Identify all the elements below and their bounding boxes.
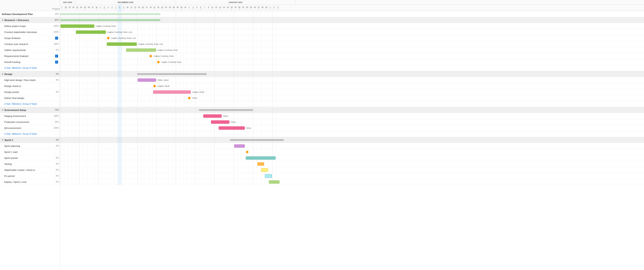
grid-line [261, 167, 261, 173]
add-milestone-design[interactable]: Milestone [12, 103, 21, 105]
kickoff-checkbox[interactable] [55, 61, 58, 64]
design-add-row: + Task | Milestone | Group of Tasks [0, 101, 60, 107]
grid-line [203, 23, 203, 29]
grid-line [253, 167, 253, 173]
grid-line [114, 161, 114, 167]
add-group-research[interactable]: Group of Tasks [23, 67, 37, 69]
grid-line [207, 65, 207, 71]
section-env[interactable]: ▼ Environment Setup 73% [0, 107, 60, 113]
grid-line [245, 113, 246, 119]
grid-line [184, 179, 184, 185]
milestone-diamond[interactable] [107, 36, 110, 39]
grid-line [149, 137, 149, 143]
grid-line [176, 23, 176, 29]
day-cell-13: 4F [110, 5, 114, 11]
day-cell-26: 23W [160, 5, 164, 11]
grid-line [203, 65, 203, 71]
gantt-bar[interactable] [211, 120, 230, 124]
grid-line [207, 23, 207, 29]
grid-line [210, 59, 211, 65]
grid-line [83, 125, 84, 131]
section-sprint1[interactable]: ▼ Sprint 1 0% [0, 137, 60, 143]
grid-line [149, 149, 149, 155]
add-milestone-env[interactable]: Milestone [12, 133, 21, 135]
grid-line [253, 71, 253, 77]
grid-line [110, 155, 110, 161]
grid-line [110, 137, 110, 143]
grid-line [249, 35, 249, 41]
grid-line [110, 71, 110, 77]
grid-line [261, 59, 261, 65]
grid-line [245, 131, 246, 137]
add-group-design[interactable]: Group of Tasks [23, 103, 37, 105]
milestone-diamond[interactable] [246, 150, 249, 153]
gantt-bar[interactable] [234, 144, 245, 148]
gantt-bar[interactable] [261, 168, 268, 172]
milestone-diamond[interactable] [153, 84, 156, 87]
grid-line [261, 95, 261, 101]
add-group-env[interactable]: Group of Tasks [23, 133, 37, 135]
gantt-bar[interactable] [246, 156, 276, 160]
gantt-bar[interactable] [257, 162, 264, 166]
gantt-bar[interactable] [269, 180, 280, 184]
grid-line [133, 107, 134, 113]
day-cell-22: 17T [145, 5, 149, 11]
grid-line [195, 11, 195, 17]
gantt-bar[interactable] [76, 30, 106, 34]
grid-line [79, 167, 80, 173]
grid-line [257, 167, 257, 173]
gantt-bar[interactable] [153, 90, 191, 94]
grid-line [76, 29, 76, 35]
grid-line [133, 179, 134, 185]
grid-line [133, 95, 134, 101]
milestone-diamond[interactable] [188, 96, 191, 99]
grid-line [272, 65, 272, 71]
task-user-research-label: Conduct user research [2, 43, 51, 45]
section-research[interactable]: ▼ Research + Discovery 80% [0, 17, 60, 23]
gantt-bar[interactable] [107, 42, 137, 46]
grid-line [122, 77, 122, 83]
grid-line [76, 119, 76, 125]
grid-line [218, 95, 218, 101]
grid-line [187, 137, 188, 143]
gantt-row [60, 137, 644, 143]
grid-line [272, 167, 272, 173]
day-cell-23: 18F [149, 5, 153, 11]
milestone-diamond[interactable] [149, 54, 152, 57]
scope-finalized-checkbox[interactable] [55, 37, 58, 40]
gantt-bar[interactable] [126, 48, 156, 52]
gantt-bar[interactable] [138, 78, 156, 82]
milestone-diamond[interactable] [157, 60, 160, 63]
add-task-research[interactable]: + Task [4, 67, 11, 70]
req-finalized-checkbox[interactable] [55, 55, 58, 58]
day-cell-3: 20F [72, 5, 76, 11]
grid-line [164, 167, 164, 173]
grid-line [102, 161, 103, 167]
gantt-bar[interactable] [219, 126, 245, 130]
grid-line [83, 95, 84, 101]
grid-line [172, 179, 172, 185]
gantt-bar[interactable] [265, 174, 272, 178]
section-design[interactable]: ▼ Design 0% [0, 71, 60, 77]
grid-line [230, 59, 230, 65]
add-task-env[interactable]: + Task [4, 133, 11, 136]
grid-line [176, 95, 176, 101]
grid-line [87, 71, 87, 77]
grid-line [176, 155, 176, 161]
grid-line [141, 143, 141, 149]
day-cell-25: 22T [156, 5, 160, 11]
grid-line [168, 167, 168, 173]
grid-line [261, 89, 261, 95]
grid-line [176, 149, 176, 155]
add-milestone-research[interactable]: Milestone [12, 67, 21, 69]
gantt-bar[interactable] [60, 24, 94, 28]
add-task-design[interactable]: + Task [4, 103, 11, 106]
day-cell-8: 27F [91, 5, 95, 11]
gantt-bar[interactable] [203, 114, 222, 118]
grid-line [249, 47, 249, 53]
grid-line [76, 149, 76, 155]
grid-line [226, 47, 226, 53]
grid-line [98, 167, 99, 173]
grid-line [253, 95, 253, 101]
grid-line [222, 155, 222, 161]
